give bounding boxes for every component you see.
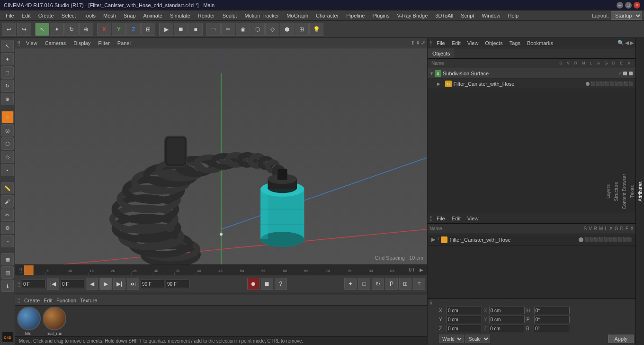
om-row-canister[interactable]: ▶ └ G Filter_Canister_with_Hose ⬛⬛⬛⬛⬛⬛⬛⬛… <box>428 79 635 89</box>
om-view[interactable]: View <box>465 40 482 46</box>
rst-tab-layers[interactable]: Layers <box>605 182 612 201</box>
rst-tab-structure[interactable]: Structure <box>613 179 620 204</box>
preview-end-input[interactable] <box>166 280 189 288</box>
vt-filter[interactable]: Filter <box>96 40 111 46</box>
coord-scale-select[interactable]: Scale <box>465 335 490 343</box>
tc-record[interactable]: ⏺ <box>247 278 259 290</box>
layout-select[interactable]: Startup <box>611 11 642 20</box>
lt-paint[interactable]: 🖌 <box>1 195 14 208</box>
play-button[interactable]: ▶ <box>159 23 173 36</box>
am-edit[interactable]: Edit <box>449 215 464 222</box>
menu-mograph[interactable]: MoGraph <box>283 12 312 19</box>
coord-y-rot[interactable] <box>489 316 525 323</box>
tc-rotate2[interactable]: □ <box>358 278 370 290</box>
menu-motion-tracker[interactable]: Motion Tracker <box>241 12 283 19</box>
rst-tab-attributes[interactable]: Attributes <box>637 179 644 204</box>
move-tool-button[interactable]: ↖ <box>35 23 49 36</box>
om-arrow-right[interactable]: ▶ <box>630 40 634 46</box>
om-edit[interactable]: Edit <box>449 40 464 46</box>
menu-simulate[interactable]: Simulate <box>166 12 194 19</box>
vt-cameras[interactable]: Cameras <box>43 40 68 46</box>
vertex-mode-button[interactable]: ⬢ <box>280 23 294 36</box>
material-item-filter[interactable]: filter <box>17 307 41 336</box>
z-axis-button[interactable]: Z <box>126 23 141 36</box>
menu-snap[interactable]: Snap <box>120 12 140 19</box>
current-frame-input[interactable] <box>22 280 45 288</box>
lt-scale[interactable]: □ <box>1 66 14 79</box>
om-fold-canister[interactable]: ▶ <box>437 82 440 86</box>
am-view[interactable]: View <box>465 215 482 222</box>
coord-h-val[interactable] <box>534 307 570 314</box>
lt-rotate[interactable]: ↻ <box>1 80 14 92</box>
tc-move2[interactable]: ✦ <box>344 278 357 290</box>
viewport-3d[interactable]: Perspective <box>15 48 427 264</box>
coord-b-val[interactable] <box>534 325 569 332</box>
rst-tab-takes[interactable]: Takes <box>629 182 636 200</box>
coord-z-pos[interactable] <box>447 325 482 332</box>
redo-button[interactable]: ↪ <box>17 23 31 36</box>
tc-track[interactable]: ≡ <box>413 278 425 290</box>
minimize-button[interactable]: ─ <box>617 2 623 9</box>
stop-button[interactable]: ■ <box>188 23 203 36</box>
menu-render[interactable]: Render <box>194 12 219 19</box>
edge-mode-button[interactable]: ◇ <box>265 23 279 36</box>
om-file[interactable]: File <box>434 40 448 46</box>
start-frame-input[interactable] <box>61 280 84 288</box>
object-mode-button[interactable]: □ <box>206 23 221 36</box>
brush-mode-button[interactable]: ◉ <box>236 23 250 36</box>
snap-button[interactable]: ⊞ <box>141 23 155 36</box>
mt-texture[interactable]: Texture <box>80 298 97 303</box>
light-button[interactable]: 💡 <box>309 23 323 36</box>
vt-icon1[interactable]: ⬆ <box>411 40 415 46</box>
rotate-tool-button[interactable]: ↻ <box>64 23 79 36</box>
lt-scene[interactable]: ◎ <box>1 124 14 136</box>
menu-edit[interactable]: Edit <box>18 12 35 19</box>
om-status-s[interactable] <box>586 82 590 86</box>
polygon-mode-button[interactable]: ⬡ <box>250 23 265 36</box>
menu-tools[interactable]: Tools <box>80 12 99 19</box>
uv-mode-button[interactable]: ⊞ <box>295 23 309 36</box>
am-obj-row[interactable]: ▶ └ Filter_Canister_with_Hose ⬛⬛⬛⬛⬛⬛⬛⬛⬛⬛ <box>428 234 635 245</box>
vt-display[interactable]: Display <box>72 40 92 46</box>
undo-button[interactable]: ↩ <box>2 23 16 36</box>
lt-cursor[interactable]: ↖ <box>1 40 14 52</box>
transform-tool-button[interactable]: ⊕ <box>79 23 93 36</box>
am-file[interactable]: File <box>434 215 448 222</box>
timeline-ruler[interactable]: ⣿ 0 5 10 15 20 <box>15 265 427 275</box>
record-button[interactable]: ⏹ <box>174 23 188 36</box>
om-tab-objects[interactable]: Objects <box>428 48 455 58</box>
coord-y-pos[interactable] <box>447 316 482 323</box>
scale-tool-button[interactable]: ✦ <box>50 23 64 36</box>
lt-smooth[interactable]: ~ <box>1 235 14 247</box>
coord-p-val[interactable] <box>534 316 570 323</box>
menu-pipeline[interactable]: Pipeline <box>342 12 368 19</box>
tc-step-fwd[interactable]: ▶| <box>113 278 125 290</box>
coord-x-pos[interactable] <box>447 307 482 314</box>
tc-next[interactable]: ⏭ <box>127 278 139 290</box>
tc-param[interactable]: P <box>385 278 398 290</box>
lt-vertex[interactable]: • <box>1 164 14 176</box>
om-check-icon[interactable]: ✓ <box>618 71 622 76</box>
menu-sculpt[interactable]: Sculpt <box>219 12 241 19</box>
menu-window[interactable]: Window <box>478 12 504 19</box>
om-search-icon[interactable]: 🔍 <box>617 40 624 46</box>
tc-stop[interactable]: ⏹ <box>261 278 273 290</box>
close-button[interactable]: ✕ <box>634 2 640 9</box>
vt-view[interactable]: View <box>24 40 39 46</box>
vt-icon3[interactable]: ⤢ <box>421 40 425 46</box>
vt-panel[interactable]: Panel <box>116 40 133 46</box>
mt-edit[interactable]: Edit <box>44 298 53 303</box>
lt-object[interactable]: ○ <box>1 111 14 123</box>
om-objects[interactable]: Objects <box>482 40 505 46</box>
menu-mesh[interactable]: Mesh <box>99 12 120 19</box>
menu-file[interactable]: File <box>2 12 18 19</box>
lt-edge[interactable]: ◇ <box>1 151 14 163</box>
menu-create[interactable]: Create <box>35 12 58 19</box>
lt-measure[interactable]: 📏 <box>1 182 14 194</box>
lt-info[interactable]: ℹ <box>1 280 14 292</box>
y-axis-button[interactable]: Y <box>112 23 126 36</box>
end-frame-input[interactable] <box>141 280 164 288</box>
menu-vray[interactable]: V-Ray Bridge <box>394 12 432 19</box>
om-tags[interactable]: Tags <box>507 40 523 46</box>
om-row-subdivision[interactable]: ▼ S Subdivision Surface ✓ <box>428 68 635 79</box>
